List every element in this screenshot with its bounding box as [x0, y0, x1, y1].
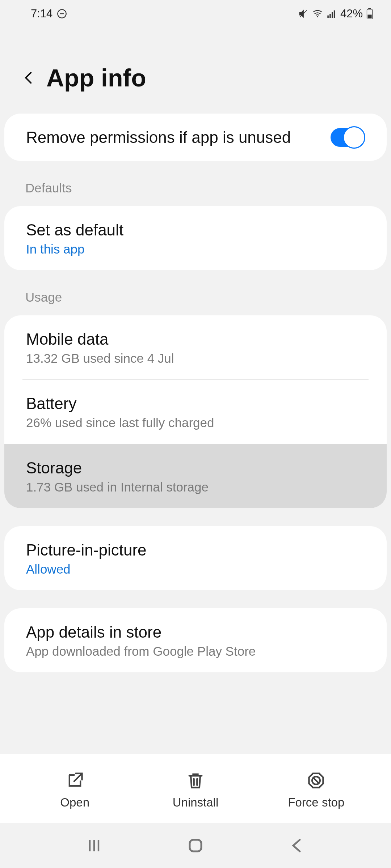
force-stop-label: Force stop [288, 796, 344, 809]
back-icon[interactable] [22, 69, 35, 87]
wifi-icon [312, 9, 323, 19]
status-bar: 7:14 42% [0, 0, 391, 27]
battery-row[interactable]: Battery 26% used since last fully charge… [4, 380, 387, 444]
uninstall-label: Uninstall [173, 796, 219, 809]
remove-permissions-toggle[interactable] [331, 128, 365, 147]
dnd-icon [57, 9, 67, 19]
battery-pct: 42% [340, 7, 363, 20]
storage-sub: 1.73 GB used in Internal storage [26, 480, 365, 494]
svg-rect-6 [334, 10, 335, 18]
force-stop-button[interactable]: Force stop [256, 771, 377, 809]
pip-row[interactable]: Picture-in-picture Allowed [4, 526, 387, 590]
signal-icon [327, 9, 337, 19]
svg-rect-8 [368, 8, 371, 9]
app-details-row[interactable]: App details in store App downloaded from… [4, 608, 387, 672]
open-button[interactable]: Open [14, 771, 135, 809]
remove-permissions-label: Remove permissions if app is unused [26, 127, 291, 147]
svg-rect-9 [367, 15, 371, 19]
pip-sub: Allowed [26, 562, 71, 576]
page-title: App info [46, 64, 146, 92]
svg-point-2 [317, 16, 318, 17]
section-usage: Usage [0, 270, 391, 315]
set-default-title: Set as default [26, 220, 123, 240]
svg-rect-3 [327, 16, 329, 18]
svg-rect-4 [329, 14, 331, 18]
remove-permissions-row[interactable]: Remove permissions if app is unused [4, 114, 387, 161]
uninstall-button[interactable]: Uninstall [135, 771, 256, 809]
app-details-title: App details in store [26, 622, 161, 642]
home-button[interactable] [180, 830, 211, 861]
storage-row[interactable]: Storage 1.73 GB used in Internal storage [4, 444, 387, 508]
mobile-data-title: Mobile data [26, 329, 108, 349]
back-nav-button[interactable] [281, 830, 313, 861]
trash-icon [186, 771, 205, 790]
open-icon [66, 771, 84, 790]
recents-button[interactable] [78, 830, 110, 861]
system-nav-bar [0, 823, 391, 868]
battery-icon [366, 8, 373, 19]
section-defaults: Defaults [0, 161, 391, 206]
mobile-data-row[interactable]: Mobile data 13.32 GB used since 4 Jul [4, 315, 387, 379]
set-default-sub: In this app [26, 242, 85, 256]
mobile-data-sub: 13.32 GB used since 4 Jul [26, 351, 174, 366]
force-stop-icon [307, 771, 325, 790]
open-label: Open [60, 796, 89, 809]
mute-icon [298, 9, 308, 19]
svg-rect-15 [190, 840, 201, 851]
storage-title: Storage [26, 458, 365, 478]
svg-line-11 [314, 778, 319, 783]
app-details-sub: App downloaded from Google Play Store [26, 644, 256, 659]
set-as-default-row[interactable]: Set as default In this app [4, 206, 387, 270]
pip-title: Picture-in-picture [26, 540, 147, 560]
page-header: App info [0, 27, 391, 114]
battery-title: Battery [26, 393, 76, 413]
status-time: 7:14 [31, 7, 52, 20]
bottom-action-bar: Open Uninstall Force stop [0, 754, 391, 823]
battery-sub: 26% used since last fully charged [26, 416, 214, 430]
svg-rect-5 [332, 12, 333, 18]
